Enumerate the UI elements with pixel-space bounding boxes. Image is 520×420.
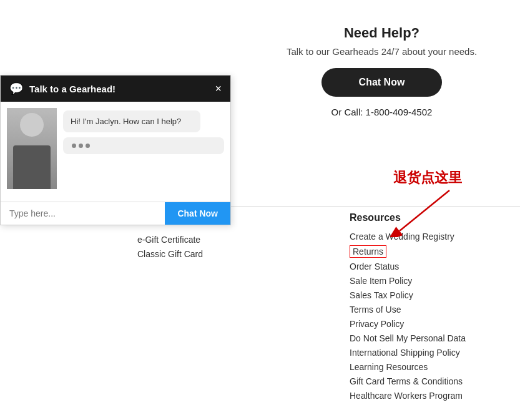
main-chat-now-button[interactable]: Chat Now [321,68,443,97]
list-item: Gift Card Terms & Conditions [350,376,466,387]
avatar-image [7,108,57,189]
avatar-head [20,113,44,137]
list-item: Do Not Sell My Personal Data [350,333,466,344]
agent-message: Hi! I'm Jaclyn. How can I help? [63,110,200,132]
list-item: Sale Item Policy [350,275,466,286]
chat-widget-title: Talk to a Gearhead! [29,84,115,94]
list-item: Sales Tax Policy [350,290,466,301]
resources-list: Create a Wedding Registry Returns Order … [350,231,466,401]
chat-messages: Hi! I'm Jaclyn. How can I help? [63,108,224,195]
international-shipping-link[interactable]: International Shipping Policy [350,348,460,358]
list-item: Order Status [350,261,466,272]
help-section: Need Help? Talk to our Gearheads 24/7 ab… [243,0,520,149]
resources-section: Resources Create a Wedding Registry Retu… [350,212,466,404]
sale-item-policy-link[interactable]: Sale Item Policy [350,276,412,286]
chat-widget: 💬 Talk to a Gearhead! × Hi! I'm Jaclyn. … [0,75,231,225]
typing-indicator [63,137,224,154]
chat-input-row: Chat Now [1,202,230,225]
egift-certificate-link[interactable]: e-Gift Certificate [137,235,200,245]
agent-avatar [7,108,57,189]
healthcare-workers-link[interactable]: Healthcare Workers Program [350,391,463,401]
wedding-registry-link[interactable]: Create a Wedding Registry [350,232,454,242]
chat-body: Hi! I'm Jaclyn. How can I help? [1,102,230,202]
chat-header: 💬 Talk to a Gearhead! × [1,76,230,102]
list-item: e-Gift Certificate [137,234,212,245]
chat-close-button[interactable]: × [215,82,222,95]
typing-dot-2 [79,144,83,148]
returns-link[interactable]: Returns [350,245,386,258]
list-item: Classic Gift Card [137,248,212,260]
or-call-text: Or Call: 1-800-409-4502 [256,107,508,117]
gift-card-terms-link[interactable]: Gift Card Terms & Conditions [350,376,463,386]
chat-input[interactable] [1,202,165,225]
avatar-body [13,145,51,189]
terms-of-use-link[interactable]: Terms of Use [350,305,401,315]
typing-dot-1 [72,144,76,148]
help-title: Need Help? [256,25,508,41]
list-item: International Shipping Policy [350,347,466,358]
list-item: Learning Resources [350,361,466,373]
chat-header-left: 💬 Talk to a Gearhead! [9,82,115,95]
list-item: Returns [350,245,466,258]
chat-send-button[interactable]: Chat Now [165,202,230,225]
list-item: Healthcare Workers Program [350,390,466,401]
typing-dot-3 [86,144,90,148]
chat-bubble-icon: 💬 [9,82,23,95]
do-not-sell-link[interactable]: Do Not Sell My Personal Data [350,333,466,343]
learning-resources-link[interactable]: Learning Resources [350,362,428,372]
gift-list: e-Gift Certificate Classic Gift Card [137,234,212,260]
help-subtitle: Talk to our Gearheads 24/7 about your ne… [256,46,508,57]
list-item: Privacy Policy [350,318,466,330]
sales-tax-policy-link[interactable]: Sales Tax Policy [350,290,413,300]
annotation-text: 退货点这里 [393,168,462,187]
privacy-policy-link[interactable]: Privacy Policy [350,319,404,329]
order-status-link[interactable]: Order Status [350,261,399,271]
resources-title: Resources [350,212,466,223]
list-item: Create a Wedding Registry [350,231,466,242]
list-item: Terms of Use [350,304,466,315]
classic-gift-card-link[interactable]: Classic Gift Card [137,249,203,259]
